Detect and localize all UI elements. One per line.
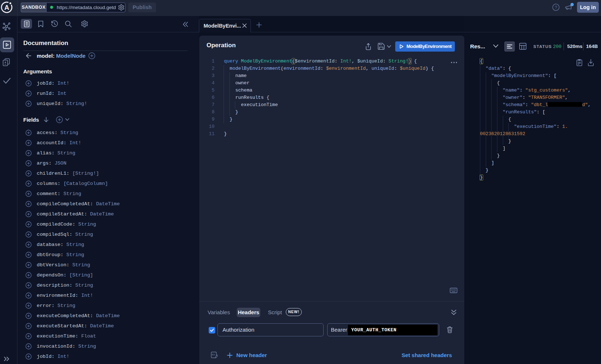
svg-text:A: A: [4, 4, 9, 11]
svg-text:?: ?: [555, 5, 557, 10]
